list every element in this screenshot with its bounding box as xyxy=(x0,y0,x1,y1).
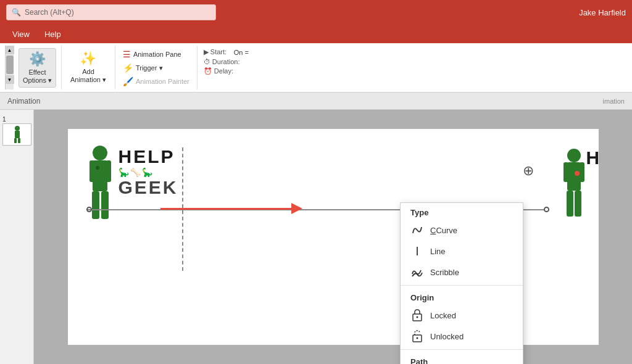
svg-rect-5 xyxy=(93,160,107,191)
slide-strip: 1 xyxy=(0,110,34,364)
unlocked-icon xyxy=(410,329,424,343)
line-icon xyxy=(410,244,424,258)
person-figure-right xyxy=(559,147,589,228)
curve-label: CCurve xyxy=(430,226,457,235)
timing-group: ▶ Start: On = ⏱ Duration: ⏰ Delay: xyxy=(198,46,255,89)
add-animation-group: ✨ AddAnimation ▾ xyxy=(62,46,115,89)
menu-bar: View Help xyxy=(0,25,632,43)
animation-pane-icon: ☰ xyxy=(123,49,131,59)
ribbon-scrollbar[interactable]: ▲ ▼ xyxy=(5,46,14,89)
line-label: Line xyxy=(430,247,446,256)
line-item[interactable]: Line xyxy=(401,241,523,262)
add-animation-btn[interactable]: ✨ AddAnimation ▾ xyxy=(67,48,110,86)
unlocked-item[interactable]: Unlocked xyxy=(401,326,523,347)
dino-row: 🦕🦴🦕 xyxy=(118,167,178,177)
svg-rect-6 xyxy=(89,160,94,182)
menu-help[interactable]: Help xyxy=(38,27,67,41)
unlocked-svg xyxy=(411,329,423,343)
animation-pane-btn[interactable]: ☰ Animation Pane xyxy=(120,48,192,60)
type-header: Type xyxy=(401,203,523,220)
add-animation-icon: ✨ xyxy=(80,51,96,67)
origin-header: Origin xyxy=(401,288,523,305)
svg-point-11 xyxy=(567,149,581,162)
svg-rect-1 xyxy=(15,131,20,138)
start-value: On = xyxy=(234,49,249,56)
path-header: Path xyxy=(401,352,523,364)
animation-tools-group: ☰ Animation Pane ⚡ Trigger ▾ 🖌️ Animatio… xyxy=(115,46,198,89)
animation-section-right: imation xyxy=(603,97,625,105)
menu-view[interactable]: View xyxy=(6,27,36,41)
thumb-person-icon xyxy=(11,125,23,144)
path-end-dot xyxy=(544,207,549,212)
scroll-up-btn[interactable]: ▲ xyxy=(6,46,14,54)
start-label: ▶ Start: xyxy=(204,48,231,56)
scribble-svg xyxy=(410,265,424,279)
duration-row: ⏱ Duration: xyxy=(204,58,249,65)
svg-point-0 xyxy=(15,126,20,131)
svg-rect-9 xyxy=(101,191,109,219)
svg-rect-2 xyxy=(14,138,17,143)
locked-label: Locked xyxy=(430,311,456,320)
scribble-item[interactable]: Scribble xyxy=(401,262,523,283)
slide-panel: 1 xyxy=(0,110,632,364)
path-target-icon: ⊕ xyxy=(523,163,534,179)
scroll-down-btn[interactable]: ▼ xyxy=(6,75,14,84)
help-geek-logo: HELP 🦕🦴🦕 GEEK xyxy=(118,147,178,197)
line-svg xyxy=(410,244,424,258)
start-row: ▶ Start: On = xyxy=(204,48,249,56)
scroll-thumb[interactable] xyxy=(6,56,14,74)
trigger-btn[interactable]: ⚡ Trigger ▾ xyxy=(120,62,192,74)
animation-painter-label: Animation Painter xyxy=(136,78,189,85)
svg-point-20 xyxy=(417,316,418,318)
person-svg-left xyxy=(83,144,117,231)
partial-h: H xyxy=(586,147,599,168)
user-info: Jake Harfield xyxy=(579,8,626,17)
svg-rect-12 xyxy=(567,162,581,191)
path-start-dot xyxy=(86,207,92,212)
svg-rect-13 xyxy=(563,162,568,182)
svg-rect-7 xyxy=(106,160,111,182)
unlocked-label: Unlocked xyxy=(430,332,464,341)
curve-svg xyxy=(410,223,424,237)
search-icon: 🔍 xyxy=(12,8,21,17)
slide-thumbnail-container: 1 xyxy=(2,123,31,146)
delay-row: ⏰ Delay: xyxy=(204,67,249,75)
curve-icon xyxy=(410,223,424,237)
dropdown-menu: Type CCurve Line xyxy=(400,202,523,364)
effect-options-icon: ⚙️ xyxy=(29,51,46,67)
svg-point-22 xyxy=(417,337,418,339)
effect-options-btn[interactable]: ⚙️ EffectOptions ▾ xyxy=(19,48,56,88)
svg-rect-3 xyxy=(18,138,20,143)
effect-options-label: EffectOptions ▾ xyxy=(23,68,52,85)
person-figure-left xyxy=(83,144,117,231)
geek-text: GEEK xyxy=(118,178,178,197)
svg-rect-8 xyxy=(92,191,99,219)
slide-canvas: HELP 🦕🦴🦕 GEEK ⊕ xyxy=(34,110,632,364)
search-placeholder: Search (Alt+Q) xyxy=(25,8,74,17)
slide-thumbnail[interactable] xyxy=(2,123,31,146)
ribbon: ▲ ▼ ⚙️ EffectOptions ▾ ✨ AddAnimation ▾ … xyxy=(0,43,632,93)
title-bar: 🔍 Search (Alt+Q) Jake Harfield xyxy=(0,0,632,25)
arrow-head xyxy=(291,203,302,214)
red-arrow xyxy=(160,203,302,214)
trigger-chevron: ▾ xyxy=(159,64,163,72)
effect-options-group: ⚙️ EffectOptions ▾ xyxy=(14,46,62,89)
main-content: 1 xyxy=(0,110,632,364)
scribble-label: Scribble xyxy=(430,268,459,277)
animation-painter-icon: 🖌️ xyxy=(123,77,133,86)
divider-2 xyxy=(401,349,523,350)
svg-rect-14 xyxy=(580,162,584,182)
search-box[interactable]: 🔍 Search (Alt+Q) xyxy=(6,4,216,20)
curve-item[interactable]: CCurve xyxy=(401,220,523,241)
svg-point-17 xyxy=(575,171,580,176)
svg-rect-15 xyxy=(567,191,573,217)
locked-item[interactable]: Locked xyxy=(401,305,523,326)
locked-svg xyxy=(411,308,423,322)
trigger-label: Trigger xyxy=(136,64,157,72)
duration-label: ⏱ Duration: xyxy=(204,58,240,65)
locked-icon xyxy=(410,308,424,322)
animation-painter-btn[interactable]: 🖌️ Animation Painter xyxy=(120,75,192,88)
help-text: HELP xyxy=(118,147,178,166)
section-label: Animation xyxy=(7,97,40,105)
trigger-icon: ⚡ xyxy=(123,63,133,73)
